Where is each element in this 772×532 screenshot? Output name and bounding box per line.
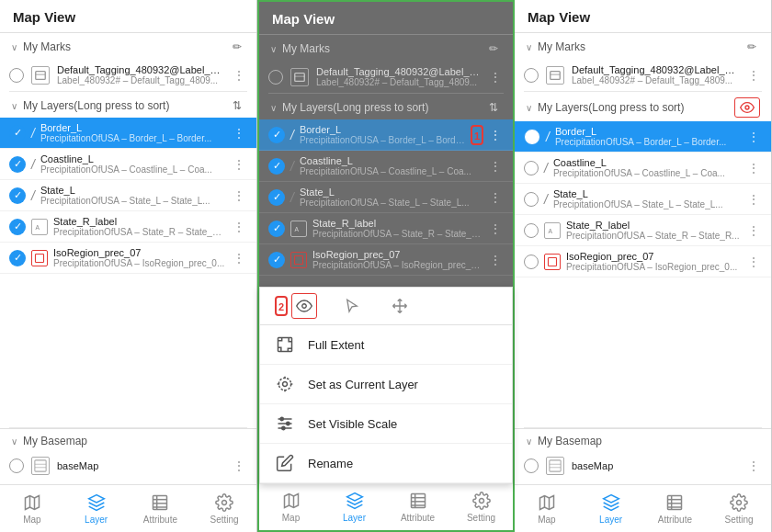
left-basemap-icon bbox=[31, 457, 50, 475]
left-marks-dots[interactable]: ⋮ bbox=[231, 68, 247, 83]
left-nav-setting[interactable]: Setting bbox=[192, 485, 256, 532]
left-layer-coastline-dots[interactable]: ⋮ bbox=[231, 157, 247, 172]
middle-nav-attribute[interactable]: Attribute bbox=[386, 483, 449, 530]
ctx-cursor-tool[interactable] bbox=[339, 293, 365, 319]
middle-layer-state[interactable]: ✓ / State_L PrecipitationOfUSA – State_L… bbox=[259, 182, 513, 213]
middle-layer-coastline-dots[interactable]: ⋮ bbox=[487, 159, 504, 174]
ctx-set-current-layer[interactable]: Set as Current Layer bbox=[260, 365, 512, 404]
left-layer-coastline[interactable]: ✓ / Coastline_L PrecipitationOfUSA – Coa… bbox=[0, 149, 256, 180]
left-layer-state[interactable]: ✓ / State_L PrecipitationOfUSA – State_L… bbox=[0, 180, 256, 211]
ctx-eye-tool[interactable] bbox=[291, 293, 317, 319]
right-marks-edit-icon[interactable]: ✏ bbox=[744, 39, 760, 55]
middle-layer-border[interactable]: ✓ / Border_L PrecipitationOfUSA – Border… bbox=[259, 119, 513, 151]
marks-edit-icon[interactable]: ✏ bbox=[229, 39, 245, 55]
layers-chevron-icon: ∨ bbox=[11, 101, 17, 111]
right-layer-stateR[interactable]: A State_R_label PrecipitationOfUSA – Sta… bbox=[515, 215, 771, 246]
middle-layer-stateR[interactable]: ✓ A State_R_label PrecipitationOfUSA – S… bbox=[259, 213, 513, 244]
left-layer-stateR-sub: PrecipitationOfUSA – State_R – State_R..… bbox=[53, 227, 225, 237]
right-bottom-nav: Map Layer Attribute Setting bbox=[515, 484, 771, 532]
left-layer-iso-name: IsoRegion_prec_07 bbox=[53, 247, 225, 258]
ctx-move-tool[interactable] bbox=[387, 293, 413, 319]
middle-sort-icon[interactable]: ⇅ bbox=[485, 99, 502, 116]
right-basemap-header: ∨ My Basemap bbox=[515, 429, 771, 451]
left-nav-layer[interactable]: Layer bbox=[64, 485, 129, 532]
right-eye-box[interactable] bbox=[734, 97, 760, 118]
left-basemap-item[interactable]: baseMap ⋮ bbox=[0, 451, 256, 481]
right-layer-state-sub: PrecipitationOfUSA – State_L – State_L..… bbox=[553, 199, 740, 209]
right-nav-layer[interactable]: Layer bbox=[579, 485, 643, 532]
right-layer-coastline-radio[interactable] bbox=[524, 161, 539, 175]
middle-layer-state-dots[interactable]: ⋮ bbox=[487, 190, 504, 205]
left-basemap-radio[interactable] bbox=[9, 458, 24, 473]
right-basemap-dots[interactable]: ⋮ bbox=[745, 458, 762, 473]
middle-layer-iso[interactable]: ✓ IsoRegion_prec_07 PrecipitationOfUSA –… bbox=[259, 244, 513, 276]
left-basemap-dots[interactable]: ⋮ bbox=[231, 458, 247, 473]
left-sort-icon[interactable]: ⇅ bbox=[229, 97, 245, 114]
right-layer-iso[interactable]: IsoRegion_prec_07 PrecipitationOfUSA – I… bbox=[515, 246, 771, 277]
right-layer-iso-dots[interactable]: ⋮ bbox=[745, 255, 762, 269]
right-layer-state-radio[interactable] bbox=[524, 192, 539, 207]
middle-layer-border-dots[interactable]: ⋮ bbox=[487, 128, 504, 142]
ctx-full-extent[interactable]: Full Extent bbox=[260, 325, 512, 365]
marks-radio[interactable] bbox=[9, 68, 24, 83]
middle-layer-border-check: ✓ bbox=[268, 127, 285, 143]
right-marks-dots[interactable]: ⋮ bbox=[745, 68, 762, 83]
svg-point-22 bbox=[278, 378, 290, 390]
ctx-rename[interactable]: Rename bbox=[260, 444, 512, 483]
left-layer-coastline-line-icon: / bbox=[31, 157, 35, 172]
left-nav-map[interactable]: Map bbox=[0, 485, 64, 532]
middle-layer-coastline-line-icon: / bbox=[290, 159, 294, 174]
right-nav-setting[interactable]: Setting bbox=[707, 485, 771, 532]
middle-marks-chevron-icon: ∨ bbox=[270, 44, 277, 54]
middle-nav-attribute-label: Attribute bbox=[401, 513, 435, 523]
right-layer-stateR-radio[interactable] bbox=[524, 223, 539, 238]
left-nav-attribute[interactable]: Attribute bbox=[129, 485, 193, 532]
right-marks-radio[interactable] bbox=[524, 68, 539, 83]
left-marks-item[interactable]: Default_Tagging_480932@Label_480932# Lab… bbox=[0, 59, 256, 91]
right-basemap-item[interactable]: baseMap ⋮ bbox=[515, 451, 771, 481]
svg-text:A: A bbox=[549, 228, 553, 234]
middle-setting-icon bbox=[471, 491, 492, 511]
rename-icon bbox=[275, 453, 295, 473]
middle-marks-radio[interactable] bbox=[268, 70, 283, 85]
right-layer-border[interactable]: / Border_L PrecipitationOfUSA – Border_L… bbox=[515, 121, 771, 153]
right-basemap-radio[interactable] bbox=[524, 458, 539, 473]
right-layer-state[interactable]: / State_L PrecipitationOfUSA – State_L –… bbox=[515, 184, 771, 215]
middle-attribute-icon bbox=[408, 491, 428, 511]
right-marks-item[interactable]: Default_Tagging_480932@Label_480932# Lab… bbox=[515, 59, 771, 91]
left-layer-state-dots[interactable]: ⋮ bbox=[231, 188, 247, 203]
middle-layer-coastline[interactable]: ✓ / Coastline_L PrecipitationOfUSA – Coa… bbox=[259, 151, 513, 182]
middle-layer-iso-dots[interactable]: ⋮ bbox=[487, 253, 504, 267]
middle-nav-setting[interactable]: Setting bbox=[449, 483, 513, 530]
right-basemap-chevron-icon: ∨ bbox=[526, 436, 532, 447]
left-layer-stateR[interactable]: ✓ A State_R_label PrecipitationOfUSA – S… bbox=[0, 211, 256, 243]
left-nav-setting-label: Setting bbox=[210, 515, 239, 525]
right-layer-border-dots[interactable]: ⋮ bbox=[745, 130, 762, 144]
middle-marks-dots[interactable]: ⋮ bbox=[487, 70, 504, 85]
right-layer-coastline-dots[interactable]: ⋮ bbox=[745, 161, 762, 175]
middle-nav-layer[interactable]: Layer bbox=[323, 483, 386, 530]
right-nav-map[interactable]: Map bbox=[515, 485, 579, 532]
right-layer-state-dots[interactable]: ⋮ bbox=[745, 192, 762, 207]
svg-rect-4 bbox=[35, 460, 46, 471]
left-attribute-icon bbox=[150, 492, 170, 513]
right-layer-coastline[interactable]: / Coastline_L PrecipitationOfUSA – Coast… bbox=[515, 153, 771, 184]
middle-marks-edit-icon[interactable]: ✏ bbox=[485, 40, 502, 57]
middle-nav-map[interactable]: Map bbox=[259, 483, 323, 530]
left-layer-iso-dots[interactable]: ⋮ bbox=[231, 251, 247, 266]
middle-marks-section: ∨ My Marks ✏ Default_Tagging_480932@Labe… bbox=[259, 35, 513, 93]
panels-container: Map View ∨ My Marks ✏ Default_Tagging_48… bbox=[0, 0, 772, 532]
left-layer-stateR-dots[interactable]: ⋮ bbox=[231, 220, 247, 234]
left-layer-border-dots[interactable]: ⋮ bbox=[231, 126, 247, 141]
left-layer-iso[interactable]: ✓ IsoRegion_prec_07 PrecipitationOfUSA –… bbox=[0, 243, 256, 274]
ctx-set-visible-scale[interactable]: Set Visible Scale bbox=[260, 404, 512, 444]
left-layer-border[interactable]: ✓ / Border_L PrecipitationOfUSA – Border… bbox=[0, 118, 256, 149]
middle-marks-item[interactable]: Default_Tagging_480932@Label_480932# Lab… bbox=[259, 61, 513, 93]
right-layers-chevron-icon: ∨ bbox=[526, 103, 532, 113]
right-layer-stateR-dots[interactable]: ⋮ bbox=[745, 223, 762, 238]
right-marks-name: Default_Tagging_480932@Label_480932# bbox=[572, 64, 738, 75]
right-nav-attribute[interactable]: Attribute bbox=[643, 485, 708, 532]
right-layer-iso-radio[interactable] bbox=[524, 255, 539, 269]
right-layer-stateR-sub: PrecipitationOfUSA – State_R – State_R..… bbox=[566, 231, 740, 241]
middle-layer-stateR-dots[interactable]: ⋮ bbox=[487, 221, 504, 236]
